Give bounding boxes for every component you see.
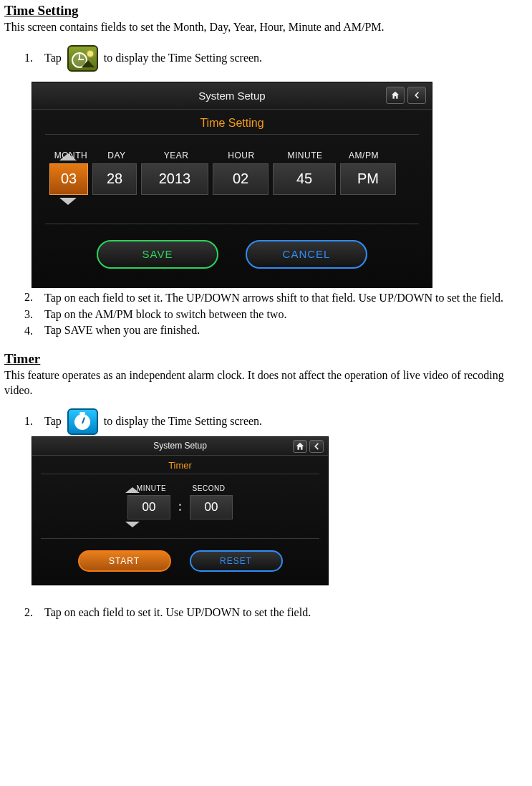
time-setting-screenshot: System Setup Time Setting MONTH DAY YEAR… [32,82,432,288]
ampm-field[interactable]: PM [340,163,396,195]
step1-pre: Tap [44,51,62,66]
reset-button[interactable]: RESET [190,550,283,572]
back-button-2[interactable] [309,440,324,453]
screen-subtitle-2: Timer [32,456,328,474]
system-setup-header-2: System Setup [32,437,328,456]
step1-post: to display the Time Setting screen. [104,51,262,66]
timer-step1-post: to display the Time Setting screen. [104,414,262,429]
step1-num: 1. [24,52,39,64]
hour-field[interactable]: 02 [213,163,269,195]
save-button[interactable]: SAVE [97,240,218,269]
field-labels-row: MONTH DAY YEAR HOUR MINUTE AM/PM [32,150,432,160]
timer-screenshot: System Setup Timer MINUTE SECOND 00 00 [32,436,329,585]
screen-subtitle: Time Setting [32,110,432,134]
minute-field[interactable]: 45 [273,163,336,195]
step4-num: 4. [24,325,39,337]
label-day: DAY [92,150,141,160]
step3-num: 3. [24,308,39,321]
arrow-down-icon[interactable] [59,198,77,205]
day-field[interactable]: 28 [92,163,137,195]
back-button[interactable] [407,87,426,104]
value-row: 03 28 2013 02 45 PM [32,163,432,195]
timer-minute-field[interactable]: 00 [127,495,170,519]
timer-step1-row: 1. Tap to display the Time Setting scree… [24,408,528,435]
step2-row: 2. Tap on each field to set it. The UP/D… [24,291,528,306]
home-button[interactable] [386,87,405,104]
system-setup-title-2: System Setup [153,441,207,451]
start-button[interactable]: START [78,550,171,572]
step3-row: 3. Tap on the AM/PM block to switch betw… [24,307,528,322]
system-setup-header: System Setup [32,82,432,110]
month-field[interactable]: 03 [49,163,88,195]
label-minute: MINUTE [271,150,339,160]
arrow-down-icon-2[interactable] [125,522,140,527]
intro-time-setting: This screen contains fields to set the M… [4,20,528,35]
year-field[interactable]: 2013 [141,163,208,195]
chevron-left-icon [311,441,321,451]
timer-value-row: 00 00 [32,495,328,519]
chevron-left-icon [412,90,422,100]
label-ampm: AM/PM [339,150,389,160]
step4-row: 4. Tap SAVE when you are finished. [24,323,528,338]
heading-time-setting: Time Setting [4,3,528,19]
step2-text: Tap on each field to set it. The UP/DOWN… [44,291,528,306]
arrow-up-icon[interactable] [59,153,77,160]
step4-text: Tap SAVE when you are finished. [44,323,200,338]
home-icon [295,441,305,451]
timer-step2-row: 2. Tap on each field to set it. Use UP/D… [24,605,528,620]
timer-step2-text: Tap on each field to set it. Use UP/DOWN… [44,605,311,620]
label-year: YEAR [141,150,211,160]
arrow-up-icon-2[interactable] [125,487,140,493]
step3-text: Tap on the AM/PM block to switch between… [44,307,286,322]
clock-landscape-icon [67,45,98,72]
timer-second-field[interactable]: 00 [190,495,233,519]
step2-num: 2. [24,291,39,304]
home-icon [390,90,400,100]
label-hour: HOUR [211,150,271,160]
timer-step1-pre: Tap [44,414,62,429]
timer-step2-num: 2. [24,606,39,619]
label-second: SECOND [188,484,231,492]
cancel-button[interactable]: CANCEL [246,240,367,269]
step1-row: 1. Tap to display the Time Setting scree… [24,45,528,72]
timer-labels-row: MINUTE SECOND [32,484,328,492]
heading-timer: Timer [4,351,528,367]
timer-step1-num: 1. [24,415,39,428]
timer-icon [67,408,98,435]
intro-timer: This feature operates as an independent … [4,368,528,398]
system-setup-title: System Setup [198,90,265,102]
colon-icon [179,504,181,511]
home-button-2[interactable] [293,440,307,453]
